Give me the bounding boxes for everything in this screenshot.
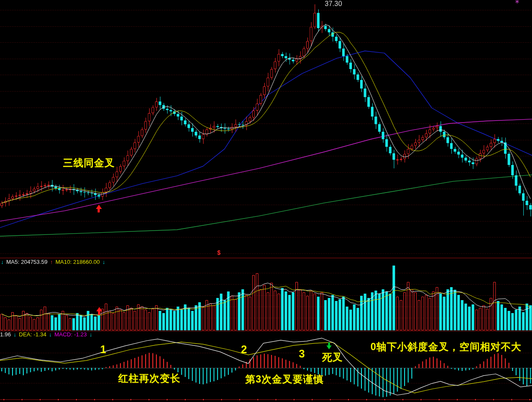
red-bars-note: 红柱再次变长 xyxy=(118,374,180,383)
dea-value-label[interactable]: DEA: -1.34 xyxy=(19,331,47,338)
event-marker: $ xyxy=(217,250,221,256)
annotation-three-line-golden-cross: 三线同金叉 xyxy=(63,158,115,168)
peak-price-label: 37.30 xyxy=(325,0,342,7)
golden-cross-1-label: 1 xyxy=(100,344,106,355)
macd-down-icon: ↓ xyxy=(89,331,92,338)
volume-ma10-down-icon: ↓ xyxy=(102,259,105,265)
volume-ma5-up-icon: ↑ xyxy=(50,259,53,265)
volume-ma5-label[interactable]: MA5: 204753.59 xyxy=(6,259,48,265)
golden-cross-3-label: 3 xyxy=(299,348,305,359)
dea-down-icon: ↓ xyxy=(49,331,52,338)
third-cross-note: 第3次金叉要谨慎 xyxy=(245,374,324,384)
macd-indicator-row: 1.96 ↓ DEA: -1.34 ↓ MACD: -1.23 ↓ xyxy=(0,331,92,338)
golden-cross-2-label: 2 xyxy=(241,344,247,355)
stock-chart-window: 37.30 三线同金叉 $ ∗ ↓ MA5: 204753.59 ↑ MA10:… xyxy=(0,0,532,402)
volume-ma10-label[interactable]: MA10: 218660.00 xyxy=(55,259,100,265)
arrow-up-icon xyxy=(96,205,102,209)
volume-buy-arrow-icon xyxy=(96,307,102,315)
death-cross-arrow-icon xyxy=(326,342,332,349)
below-zero-note: 0轴下小斜度金叉，空间相对不大 xyxy=(370,342,522,352)
buy-arrow-icon xyxy=(95,205,102,212)
volume-trend-down-icon: ↓ xyxy=(1,259,4,265)
death-cross-label: 死叉 xyxy=(322,352,343,362)
arrow-down-icon xyxy=(326,345,332,349)
dif-value-label[interactable]: 1.96 xyxy=(0,331,11,338)
volume-indicator-row: ↓ MA5: 204753.59 ↑ MA10: 218660.00 ↓ xyxy=(1,259,105,265)
macd-value-label[interactable]: MACD: -1.23 xyxy=(54,331,87,338)
corner-marker: ∗ xyxy=(515,0,520,4)
dif-down-icon: ↓ xyxy=(13,331,16,338)
arrow-up-icon xyxy=(96,307,102,311)
